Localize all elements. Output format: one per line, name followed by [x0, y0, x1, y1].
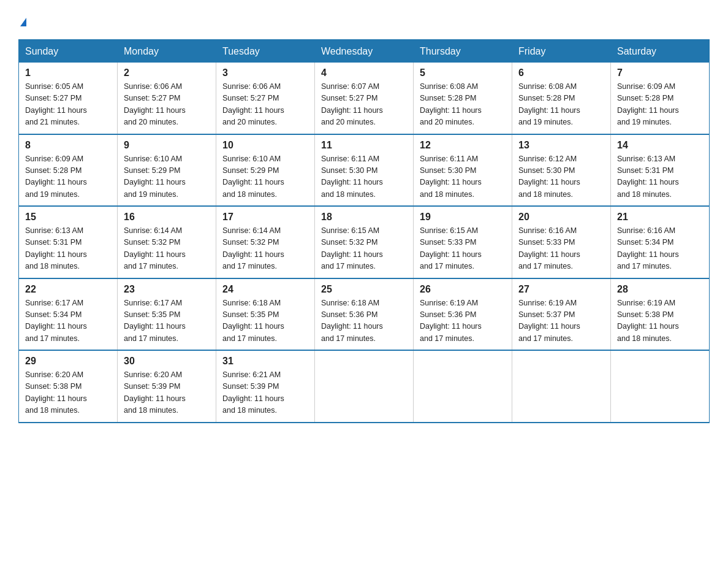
calendar-cell	[512, 350, 611, 423]
calendar-table: SundayMondayTuesdayWednesdayThursdayFrid…	[18, 39, 710, 423]
day-info: Sunrise: 6:06 AMSunset: 5:27 PMDaylight:…	[222, 82, 284, 126]
calendar-cell: 8 Sunrise: 6:09 AMSunset: 5:28 PMDayligh…	[19, 134, 118, 207]
day-info: Sunrise: 6:18 AMSunset: 5:35 PMDaylight:…	[222, 299, 284, 343]
weekday-header-monday: Monday	[118, 40, 216, 63]
calendar-cell: 20 Sunrise: 6:16 AMSunset: 5:33 PMDaylig…	[512, 206, 611, 278]
calendar-cell: 3 Sunrise: 6:06 AMSunset: 5:27 PMDayligh…	[216, 63, 315, 134]
page-header	[18, 12, 710, 29]
day-info: Sunrise: 6:20 AMSunset: 5:38 PMDaylight:…	[25, 370, 87, 415]
day-info: Sunrise: 6:10 AMSunset: 5:29 PMDaylight:…	[124, 155, 186, 199]
day-info: Sunrise: 6:19 AMSunset: 5:37 PMDaylight:…	[518, 299, 580, 343]
day-info: Sunrise: 6:08 AMSunset: 5:28 PMDaylight:…	[518, 82, 580, 126]
day-info: Sunrise: 6:17 AMSunset: 5:35 PMDaylight:…	[124, 299, 186, 343]
day-number: 14	[617, 140, 703, 151]
day-info: Sunrise: 6:20 AMSunset: 5:39 PMDaylight:…	[124, 370, 186, 415]
day-number: 17	[222, 212, 308, 223]
day-info: Sunrise: 6:19 AMSunset: 5:38 PMDaylight:…	[617, 299, 679, 343]
weekday-header-wednesday: Wednesday	[315, 40, 414, 63]
calendar-week-row: 29 Sunrise: 6:20 AMSunset: 5:38 PMDaylig…	[19, 350, 710, 423]
weekday-header-thursday: Thursday	[414, 40, 512, 63]
calendar-cell: 24 Sunrise: 6:18 AMSunset: 5:35 PMDaylig…	[216, 278, 315, 351]
day-number: 31	[222, 356, 308, 367]
weekday-header-row: SundayMondayTuesdayWednesdayThursdayFrid…	[19, 40, 710, 63]
calendar-cell: 23 Sunrise: 6:17 AMSunset: 5:35 PMDaylig…	[118, 278, 216, 351]
day-info: Sunrise: 6:15 AMSunset: 5:32 PMDaylight:…	[321, 226, 383, 270]
day-info: Sunrise: 6:08 AMSunset: 5:28 PMDaylight:…	[420, 82, 482, 126]
calendar-cell: 21 Sunrise: 6:16 AMSunset: 5:34 PMDaylig…	[611, 206, 710, 278]
logo	[18, 12, 26, 29]
calendar-cell: 6 Sunrise: 6:08 AMSunset: 5:28 PMDayligh…	[512, 63, 611, 134]
day-info: Sunrise: 6:21 AMSunset: 5:39 PMDaylight:…	[222, 370, 284, 415]
calendar-cell: 11 Sunrise: 6:11 AMSunset: 5:30 PMDaylig…	[315, 134, 414, 207]
calendar-cell	[414, 350, 512, 423]
day-number: 26	[420, 284, 506, 295]
calendar-week-row: 1 Sunrise: 6:05 AMSunset: 5:27 PMDayligh…	[19, 63, 710, 134]
day-number: 18	[321, 212, 407, 223]
calendar-cell: 19 Sunrise: 6:15 AMSunset: 5:33 PMDaylig…	[414, 206, 512, 278]
day-number: 7	[617, 67, 703, 79]
day-number: 11	[321, 140, 407, 151]
calendar-week-row: 15 Sunrise: 6:13 AMSunset: 5:31 PMDaylig…	[19, 206, 710, 278]
day-info: Sunrise: 6:18 AMSunset: 5:36 PMDaylight:…	[321, 299, 383, 343]
day-number: 12	[420, 140, 506, 151]
calendar-cell: 9 Sunrise: 6:10 AMSunset: 5:29 PMDayligh…	[118, 134, 216, 207]
day-info: Sunrise: 6:13 AMSunset: 5:31 PMDaylight:…	[617, 155, 679, 199]
calendar-cell: 30 Sunrise: 6:20 AMSunset: 5:39 PMDaylig…	[118, 350, 216, 423]
day-info: Sunrise: 6:05 AMSunset: 5:27 PMDaylight:…	[25, 82, 87, 126]
calendar-cell: 18 Sunrise: 6:15 AMSunset: 5:32 PMDaylig…	[315, 206, 414, 278]
logo-triangle-icon	[20, 18, 26, 26]
calendar-cell: 17 Sunrise: 6:14 AMSunset: 5:32 PMDaylig…	[216, 206, 315, 278]
day-number: 30	[124, 356, 210, 367]
day-number: 3	[222, 67, 308, 79]
calendar-cell: 13 Sunrise: 6:12 AMSunset: 5:30 PMDaylig…	[512, 134, 611, 207]
calendar-cell: 15 Sunrise: 6:13 AMSunset: 5:31 PMDaylig…	[19, 206, 118, 278]
day-number: 29	[25, 356, 111, 367]
calendar-cell: 4 Sunrise: 6:07 AMSunset: 5:27 PMDayligh…	[315, 63, 414, 134]
calendar-cell: 7 Sunrise: 6:09 AMSunset: 5:28 PMDayligh…	[611, 63, 710, 134]
day-number: 23	[124, 284, 210, 295]
day-number: 16	[124, 212, 210, 223]
day-info: Sunrise: 6:13 AMSunset: 5:31 PMDaylight:…	[25, 226, 87, 270]
day-number: 4	[321, 67, 407, 79]
calendar-cell: 29 Sunrise: 6:20 AMSunset: 5:38 PMDaylig…	[19, 350, 118, 423]
day-info: Sunrise: 6:06 AMSunset: 5:27 PMDaylight:…	[124, 82, 186, 126]
calendar-cell: 22 Sunrise: 6:17 AMSunset: 5:34 PMDaylig…	[19, 278, 118, 351]
day-number: 20	[518, 212, 604, 223]
weekday-header-saturday: Saturday	[611, 40, 710, 63]
day-info: Sunrise: 6:09 AMSunset: 5:28 PMDaylight:…	[617, 82, 679, 126]
day-info: Sunrise: 6:14 AMSunset: 5:32 PMDaylight:…	[222, 226, 284, 270]
weekday-header-tuesday: Tuesday	[216, 40, 315, 63]
day-info: Sunrise: 6:15 AMSunset: 5:33 PMDaylight:…	[420, 226, 482, 270]
day-number: 2	[124, 67, 210, 79]
day-info: Sunrise: 6:11 AMSunset: 5:30 PMDaylight:…	[420, 155, 482, 199]
day-info: Sunrise: 6:16 AMSunset: 5:33 PMDaylight:…	[518, 226, 580, 270]
day-info: Sunrise: 6:10 AMSunset: 5:29 PMDaylight:…	[222, 155, 284, 199]
day-number: 1	[25, 67, 111, 79]
calendar-cell: 28 Sunrise: 6:19 AMSunset: 5:38 PMDaylig…	[611, 278, 710, 351]
calendar-cell: 25 Sunrise: 6:18 AMSunset: 5:36 PMDaylig…	[315, 278, 414, 351]
day-number: 19	[420, 212, 506, 223]
calendar-cell: 2 Sunrise: 6:06 AMSunset: 5:27 PMDayligh…	[118, 63, 216, 134]
calendar-cell: 5 Sunrise: 6:08 AMSunset: 5:28 PMDayligh…	[414, 63, 512, 134]
logo-general-text	[18, 12, 26, 29]
day-info: Sunrise: 6:19 AMSunset: 5:36 PMDaylight:…	[420, 299, 482, 343]
calendar-cell: 1 Sunrise: 6:05 AMSunset: 5:27 PMDayligh…	[19, 63, 118, 134]
day-number: 15	[25, 212, 111, 223]
day-number: 22	[25, 284, 111, 295]
weekday-header-friday: Friday	[512, 40, 611, 63]
day-number: 5	[420, 67, 506, 79]
calendar-week-row: 8 Sunrise: 6:09 AMSunset: 5:28 PMDayligh…	[19, 134, 710, 207]
day-number: 28	[617, 284, 703, 295]
calendar-cell: 14 Sunrise: 6:13 AMSunset: 5:31 PMDaylig…	[611, 134, 710, 207]
calendar-cell: 12 Sunrise: 6:11 AMSunset: 5:30 PMDaylig…	[414, 134, 512, 207]
day-info: Sunrise: 6:17 AMSunset: 5:34 PMDaylight:…	[25, 299, 87, 343]
day-info: Sunrise: 6:11 AMSunset: 5:30 PMDaylight:…	[321, 155, 383, 199]
day-info: Sunrise: 6:07 AMSunset: 5:27 PMDaylight:…	[321, 82, 383, 126]
day-number: 13	[518, 140, 604, 151]
day-number: 10	[222, 140, 308, 151]
day-info: Sunrise: 6:12 AMSunset: 5:30 PMDaylight:…	[518, 155, 580, 199]
weekday-header-sunday: Sunday	[19, 40, 118, 63]
calendar-cell	[315, 350, 414, 423]
calendar-cell: 16 Sunrise: 6:14 AMSunset: 5:32 PMDaylig…	[118, 206, 216, 278]
calendar-cell	[611, 350, 710, 423]
